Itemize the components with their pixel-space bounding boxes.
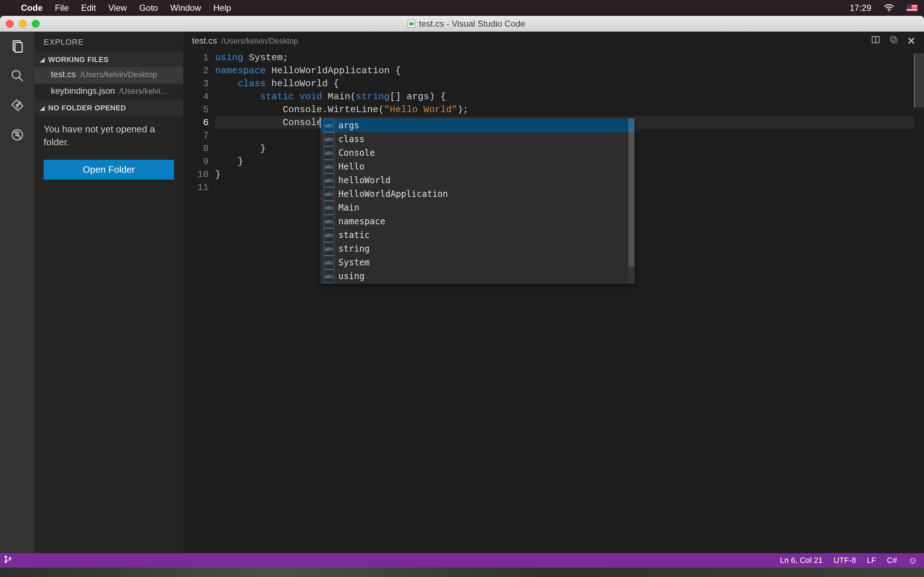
macos-menubar: Code File Edit View Goto Window Help 17:…	[0, 0, 924, 16]
suggestion-item[interactable]: abcusing	[321, 269, 634, 283]
svg-point-0	[888, 10, 890, 12]
line-number: 5	[183, 103, 208, 116]
code-line[interactable]: using System;	[215, 51, 914, 64]
suggestion-item[interactable]: abcnamespace	[321, 214, 634, 228]
svg-line-4	[19, 77, 23, 81]
suggestion-item[interactable]: abcstatic	[321, 228, 634, 242]
suggestion-label: System	[339, 256, 370, 269]
suggestion-kind-icon: abc	[324, 214, 334, 228]
menubar-edit[interactable]: Edit	[81, 3, 96, 13]
menubar-goto[interactable]: Goto	[139, 3, 158, 13]
line-number: 10	[183, 168, 208, 181]
working-files-header[interactable]: ◢ WORKING FILES	[34, 52, 183, 67]
working-file-item[interactable]: test.cs /Users/kelvin/Desktop	[34, 67, 183, 84]
suggestion-item[interactable]: abcHello	[321, 160, 634, 174]
suggestion-item[interactable]: abcSystem	[321, 256, 634, 269]
svg-point-19	[10, 558, 11, 559]
overview-scroll-thumb[interactable]	[914, 53, 924, 108]
more-actions-icon[interactable]	[889, 35, 898, 47]
line-number: 11	[183, 181, 208, 194]
working-file-name: keybindings.json	[51, 86, 115, 96]
suggest-scrollbar-thumb[interactable]	[628, 119, 634, 266]
suggestion-item[interactable]: abcargs	[321, 119, 634, 132]
file-icon	[407, 20, 415, 28]
line-number: 6	[183, 116, 208, 129]
svg-point-11	[16, 132, 18, 134]
suggestion-label: using	[339, 270, 365, 283]
no-folder-header[interactable]: ◢ NO FOLDER OPENED	[34, 100, 183, 115]
split-editor-icon[interactable]	[871, 35, 880, 47]
code-line[interactable]: namespace HelloWorldApplication {	[215, 64, 914, 77]
code-line[interactable]: class helloWorld {	[215, 77, 914, 90]
suggestion-item[interactable]: abcclass	[321, 132, 634, 146]
chevron-down-icon: ◢	[40, 105, 45, 111]
suggestion-item[interactable]: abcHelloWorldApplication	[321, 187, 634, 201]
status-feedback-icon[interactable]: ☺	[908, 555, 918, 566]
status-encoding[interactable]: UTF-8	[834, 556, 856, 565]
suggestion-label: HelloWorldApplication	[339, 187, 448, 200]
input-source-flag-icon[interactable]	[907, 4, 918, 11]
suggestion-label: Console	[339, 147, 375, 160]
suggestion-label: Main	[339, 201, 360, 214]
menubar-app[interactable]: Code	[21, 3, 43, 13]
svg-point-3	[12, 71, 20, 79]
menubar-file[interactable]: File	[55, 3, 69, 13]
desktop-background	[0, 567, 924, 577]
suggestion-kind-icon: abc	[324, 146, 334, 160]
status-language[interactable]: C#	[887, 556, 897, 565]
working-file-item[interactable]: keybindings.json /Users/kelvi...	[34, 84, 183, 100]
line-number-gutter: 1234567891011	[183, 50, 215, 553]
window-zoom-button[interactable]	[32, 20, 40, 28]
status-cursor-position[interactable]: Ln 6, Col 21	[780, 556, 823, 565]
sidebar: EXPLORE ◢ WORKING FILES test.cs /Users/k…	[34, 32, 183, 553]
window-close-button[interactable]	[6, 20, 14, 28]
suggestion-label: helloWorld	[339, 174, 391, 187]
menubar-view[interactable]: View	[108, 3, 127, 13]
suggestion-label: class	[339, 133, 365, 146]
debug-icon[interactable]	[10, 127, 25, 143]
status-bar: Ln 6, Col 21 UTF-8 LF C# ☺	[0, 553, 924, 567]
status-eol[interactable]: LF	[867, 556, 876, 565]
search-icon[interactable]	[10, 68, 25, 84]
overview-ruler[interactable]	[914, 50, 924, 553]
line-number: 7	[183, 129, 208, 142]
git-icon[interactable]	[10, 97, 25, 113]
suggestion-kind-icon: abc	[324, 256, 334, 269]
suggestion-item[interactable]: abcConsole	[321, 146, 634, 160]
window-traffic-lights	[6, 20, 40, 28]
no-folder-message: You have not yet opened a folder.	[34, 115, 183, 156]
editor-group: test.cs /Users/kelvin/Desktop ✕ 12345678…	[183, 32, 924, 553]
suggestion-label: static	[339, 229, 370, 242]
code-line[interactable]: Console.WirteLine("Hello World");	[215, 103, 914, 116]
suggest-scrollbar[interactable]	[628, 119, 634, 283]
sidebar-title: EXPLORE	[34, 32, 183, 52]
editor-area[interactable]: 1234567891011 using System;namespace Hel…	[183, 50, 924, 553]
line-number: 2	[183, 64, 208, 77]
editor-tab-path: /Users/kelvin/Desktop	[221, 36, 298, 46]
close-editor-icon[interactable]: ✕	[907, 35, 915, 47]
menubar-window[interactable]: Window	[170, 3, 201, 13]
suggestion-item[interactable]: abcstring	[321, 242, 634, 256]
window-title-text: test.cs - Visual Studio Code	[419, 19, 525, 29]
intellisense-suggest-widget[interactable]: abcargsabcclassabcConsoleabcHelloabchell…	[320, 118, 635, 284]
wifi-icon[interactable]	[884, 3, 894, 13]
svg-line-7	[17, 103, 20, 105]
window-minimize-button[interactable]	[19, 20, 27, 28]
menubar-clock[interactable]: 17:29	[850, 3, 871, 13]
suggestion-kind-icon: abc	[324, 132, 334, 146]
open-folder-button[interactable]: Open Folder	[44, 160, 174, 180]
working-file-path: /Users/kelvi...	[119, 87, 167, 96]
working-files-label: WORKING FILES	[48, 56, 109, 64]
suggestion-label: Hello	[339, 160, 365, 173]
status-git-icon[interactable]	[3, 555, 12, 566]
window-titlebar: test.cs - Visual Studio Code	[0, 16, 924, 32]
window-title: test.cs - Visual Studio Code	[45, 19, 888, 29]
editor-tabbar: test.cs /Users/kelvin/Desktop ✕	[183, 32, 924, 50]
suggestion-item[interactable]: abchelloWorld	[321, 174, 634, 187]
suggestion-item[interactable]: abcMain	[321, 201, 634, 214]
explorer-icon[interactable]	[10, 38, 25, 54]
editor-tab[interactable]: test.cs /Users/kelvin/Desktop	[192, 36, 298, 46]
editor-tab-name: test.cs	[192, 36, 217, 46]
code-line[interactable]: static void Main(string[] args) {	[215, 90, 914, 103]
menubar-help[interactable]: Help	[213, 3, 231, 13]
